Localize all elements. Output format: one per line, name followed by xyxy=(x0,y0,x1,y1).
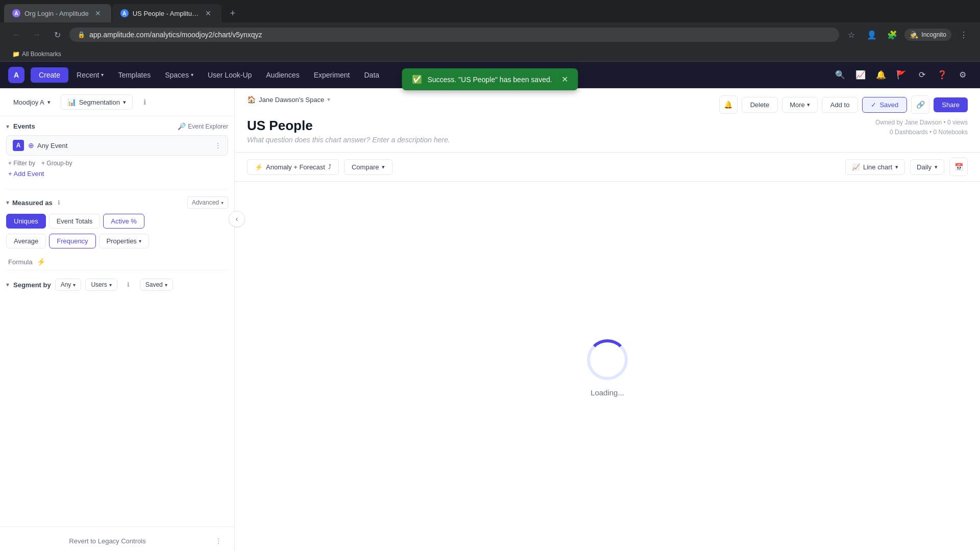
saved-check-icon: ✓ xyxy=(871,101,876,109)
line-chart-selector[interactable]: 📈 Line chart ▾ xyxy=(845,159,905,175)
uniques-tab[interactable]: Uniques xyxy=(6,214,46,229)
bookmark-star-icon[interactable]: ☆ xyxy=(843,27,860,43)
nav-user-lookup[interactable]: User Look-Up xyxy=(202,67,258,83)
event-plus-icon: ⊕ xyxy=(28,141,34,149)
chart-description[interactable]: What question does this chart answer? En… xyxy=(247,134,450,145)
extensions-icon[interactable]: 🧩 xyxy=(884,27,900,43)
chart-breadcrumb: 🏠 Jane Dawson's Space ▾ xyxy=(247,95,330,104)
incognito-badge: 🕵️ Incognito xyxy=(904,29,951,41)
compare-button[interactable]: Compare ▾ xyxy=(344,159,393,175)
space-selector[interactable]: 🏠 Jane Dawson's Space ▾ xyxy=(247,95,330,104)
events-section: ▾ Events 🔎 Event Explorer A ⊕ Any Ev xyxy=(6,122,228,181)
add-to-button[interactable]: Add to xyxy=(822,97,859,113)
loading-text: Loading... xyxy=(591,388,624,397)
tab-close-org[interactable]: ✕ xyxy=(93,8,103,18)
events-title: Events xyxy=(13,122,35,130)
active-pct-tab[interactable]: Active % xyxy=(103,214,144,229)
help-icon[interactable]: ❓ xyxy=(933,66,951,84)
group-by-button[interactable]: + Group-by xyxy=(41,160,72,167)
nav-spaces[interactable]: Spaces ▾ xyxy=(159,67,200,83)
properties-tab[interactable]: Properties ▾ xyxy=(99,234,149,248)
spaces-chevron-icon: ▾ xyxy=(191,72,193,78)
event-filters-row: + Filter by + Group-by xyxy=(6,160,228,167)
toast-close-button[interactable]: ✕ xyxy=(561,74,568,84)
formula-row[interactable]: Formula ⚡ xyxy=(6,254,228,270)
event-totals-tab[interactable]: Event Totals xyxy=(49,214,101,229)
recent-chevron-icon: ▾ xyxy=(101,72,104,78)
properties-chevron-icon: ▾ xyxy=(139,238,141,244)
left-sidebar: Moodjoy A ▾ 📊 Segmentation ▾ ℹ xyxy=(0,88,235,551)
event-menu-icon[interactable]: ⋮ xyxy=(214,141,222,149)
average-tab[interactable]: Average xyxy=(6,234,46,248)
add-event-button[interactable]: + Add Event xyxy=(6,167,228,181)
org-selector[interactable]: Moodjoy A ▾ xyxy=(8,95,56,109)
nav-experiment[interactable]: Experiment xyxy=(308,67,356,83)
more-options-button[interactable]: More ▾ xyxy=(782,97,818,113)
event-explorer-button[interactable]: 🔎 Event Explorer xyxy=(178,122,228,130)
menu-icon[interactable]: ⋮ xyxy=(955,27,972,43)
share-button[interactable]: Share xyxy=(934,97,968,112)
loading-container: Loading... xyxy=(587,339,628,397)
tab-favicon-amp: A xyxy=(120,9,129,17)
toast-message: Success. "US People" has been saved. xyxy=(427,76,552,84)
sidebar-more-menu-icon[interactable]: ⋮ xyxy=(211,533,226,548)
tab-close-us[interactable]: ✕ xyxy=(203,8,213,18)
tab-us-people[interactable]: A US People - Amplitude ✕ xyxy=(112,4,222,22)
sidebar-collapse-button[interactable]: ‹ xyxy=(229,211,245,227)
chart-info-icon[interactable]: ℹ xyxy=(138,95,152,109)
saved-chevron-icon: ▾ xyxy=(165,282,167,288)
create-button[interactable]: Create xyxy=(31,67,68,83)
line-chart-icon: 📈 xyxy=(852,163,860,171)
copy-link-icon[interactable]: 🔗 xyxy=(911,95,929,114)
event-any-row: A ⊕ Any Event ⋮ xyxy=(6,135,228,156)
calendar-icon[interactable]: 📅 xyxy=(949,158,968,176)
filter-by-button[interactable]: + Filter by xyxy=(8,160,35,167)
events-collapse-icon[interactable]: ▾ xyxy=(6,123,9,130)
any-selector[interactable]: Any ▾ xyxy=(55,279,82,291)
anomaly-forecast-button[interactable]: ⚡ Anomaly + Forecast ⤴ xyxy=(247,159,339,175)
nav-audiences[interactable]: Audiences xyxy=(260,67,305,83)
anomaly-share-icon: ⤴ xyxy=(328,163,331,170)
saved-selector[interactable]: Saved ▾ xyxy=(140,279,173,291)
chart-body: Loading... xyxy=(235,182,980,551)
amplitude-logo[interactable]: A xyxy=(8,67,24,83)
chart-type-selector[interactable]: 📊 Segmentation ▾ xyxy=(61,94,133,110)
tab-org-login[interactable]: A Org Login - Amplitude ✕ xyxy=(4,4,111,22)
search-icon[interactable]: 🔍 xyxy=(831,66,849,84)
advanced-button[interactable]: Advanced ▾ xyxy=(187,196,228,209)
incognito-label: Incognito xyxy=(921,31,946,38)
alert-bell-button[interactable]: 🔔 xyxy=(719,95,738,114)
measured-collapse-icon[interactable]: ▾ xyxy=(6,199,9,206)
daily-chevron-icon: ▾ xyxy=(935,164,938,170)
sync-icon[interactable]: ⟳ xyxy=(913,66,931,84)
reload-button[interactable]: ↻ xyxy=(49,27,65,43)
settings-icon[interactable]: ⚙ xyxy=(953,66,972,84)
profile-icon[interactable]: 👤 xyxy=(864,27,880,43)
success-toast: ✅ Success. "US People" has been saved. ✕ xyxy=(402,68,578,90)
advanced-chevron-icon: ▾ xyxy=(221,200,224,206)
chart-icon[interactable]: 📈 xyxy=(851,66,870,84)
tab-us-people-label: US People - Amplitude xyxy=(133,10,199,17)
segment-by-section: ▾ Segment by Any ▾ Users ▾ ℹ xyxy=(6,270,228,292)
anomaly-icon: ⚡ xyxy=(255,163,263,171)
bookmarks-folder-icon[interactable]: 📁 All Bookmarks xyxy=(8,49,65,59)
nav-recent[interactable]: Recent ▾ xyxy=(70,67,110,83)
new-tab-button[interactable]: + xyxy=(225,5,241,21)
nav-data[interactable]: Data xyxy=(358,67,385,83)
nav-templates[interactable]: Templates xyxy=(112,67,157,83)
frequency-tab[interactable]: Frequency xyxy=(49,234,95,248)
back-button[interactable]: ← xyxy=(8,27,24,43)
address-bar[interactable]: 🔒 app.amplitude.com/analytics/moodjoy2/c… xyxy=(69,28,839,42)
revert-legacy-button[interactable]: Revert to Legacy Controls xyxy=(8,537,207,545)
saved-button[interactable]: ✓ Saved xyxy=(862,97,907,113)
delete-button[interactable]: Delete xyxy=(742,97,778,113)
daily-selector[interactable]: Daily ▾ xyxy=(910,159,944,175)
space-chevron-icon: ▾ xyxy=(327,96,330,103)
toast-container: ✅ Success. "US People" has been saved. ✕ xyxy=(402,68,578,90)
forward-button[interactable]: → xyxy=(29,27,45,43)
flag-icon[interactable]: 🚩 xyxy=(892,66,911,84)
bell-icon[interactable]: 🔔 xyxy=(872,66,890,84)
segment-collapse-icon[interactable]: ▾ xyxy=(6,281,9,288)
users-selector[interactable]: Users ▾ xyxy=(85,279,117,291)
owned-by-text: Owned by Jane Dawson • 0 views xyxy=(875,118,968,128)
